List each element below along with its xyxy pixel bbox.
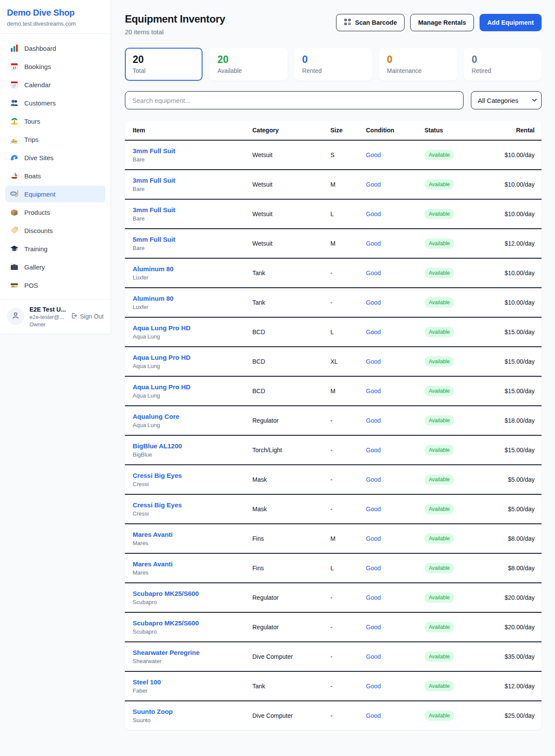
sidebar-item-bookings[interactable]: Bookings (5, 58, 105, 75)
rental-cell: $15.00/day (491, 388, 535, 394)
size-cell: - (330, 476, 366, 483)
credit-card-icon (10, 281, 19, 289)
rental-cell: $15.00/day (491, 358, 535, 365)
sidebar-item-gallery[interactable]: Gallery (5, 259, 105, 275)
status-badge: Available (424, 150, 454, 160)
stat-card-available[interactable]: 20 Available (209, 48, 287, 81)
item-link[interactable]: Aqua Lung Pro HD (133, 383, 252, 391)
item-link[interactable]: Mares Avanti (133, 560, 252, 568)
sidebar: Demo Dive Shop demo.test.divestreams.com… (0, 0, 111, 334)
sidebar-item-tours[interactable]: Tours (5, 113, 105, 129)
stat-card-retired[interactable]: 0 Retired (464, 48, 542, 81)
condition-cell: Good (366, 240, 424, 247)
brand-name: Demo Dive Shop (7, 8, 104, 18)
status-cell: Available (424, 415, 491, 426)
item-link[interactable]: Mares Avanti (133, 531, 252, 538)
equipment-table: Item Category Size Condition Status Rent… (125, 121, 542, 730)
sign-out-button[interactable]: Sign Out (70, 312, 104, 321)
sign-out-icon (70, 312, 78, 321)
rental-cell: $35.00/day (491, 653, 535, 660)
rental-cell: $25.00/day (491, 712, 535, 719)
status-cell: Available (424, 179, 491, 190)
sidebar-item-trips[interactable]: Trips (5, 131, 105, 148)
status-cell: Available (424, 504, 491, 514)
item-link[interactable]: Scubapro MK25/S600 (133, 619, 252, 627)
item-brand: Cressi (133, 481, 252, 487)
sidebar-item-customers[interactable]: Customers (5, 95, 105, 111)
category-cell: Mask (252, 506, 330, 513)
header-actions: Scan Barcode Manage Rentals Add Equipmen… (336, 14, 542, 31)
column-header-status: Status (424, 127, 491, 134)
status-badge: Available (424, 356, 454, 367)
size-cell: - (330, 624, 366, 631)
table-row: Scubapro MK25/S600 Scubapro Regulator - … (125, 583, 542, 613)
status-cell: Available (424, 297, 491, 308)
item-link[interactable]: Shearwater Peregrine (133, 649, 252, 656)
item-brand: Mares (133, 569, 252, 576)
item-link[interactable]: Cressi Big Eyes (133, 472, 252, 479)
search-input[interactable] (125, 91, 464, 109)
item-cell: Aqualung Core Aqua Lung (133, 413, 252, 428)
sidebar-item-products[interactable]: Products (5, 204, 105, 220)
item-cell: Aqua Lung Pro HD Aqua Lung (133, 383, 252, 399)
item-cell: Shearwater Peregrine Shearwater (133, 649, 252, 664)
size-cell: S (330, 151, 366, 158)
add-equipment-button[interactable]: Add Equipment (480, 14, 542, 31)
category-cell: Wetsuit (252, 240, 330, 247)
category-cell: BCD (252, 329, 330, 335)
condition-cell: Good (366, 270, 424, 276)
item-link[interactable]: Aqualung Core (133, 413, 252, 420)
table-row: 3mm Full Suit Bare Wetsuit S Good Availa… (125, 141, 542, 170)
sidebar-item-pos[interactable]: POS (5, 277, 105, 293)
item-link[interactable]: Aluminum 80 (133, 265, 252, 273)
item-link[interactable]: Aqua Lung Pro HD (133, 324, 252, 332)
manage-rentals-button[interactable]: Manage Rentals (410, 14, 473, 31)
item-link[interactable]: Cressi Big Eyes (133, 501, 252, 509)
status-cell: Available (424, 474, 491, 485)
brand: Demo Dive Shop demo.test.divestreams.com (0, 0, 111, 34)
condition-cell: Good (366, 683, 424, 690)
item-cell: BigBlue AL1200 BigBlue (133, 442, 252, 458)
sidebar-item-boats[interactable]: Boats (5, 168, 105, 184)
status-cell: Available (424, 386, 491, 396)
stat-card-maintenance[interactable]: 0 Maintenance (379, 48, 457, 81)
item-link[interactable]: Suunto Zoop (133, 708, 252, 715)
status-badge: Available (424, 268, 454, 278)
table-row: Cressi Big Eyes Cressi Mask - Good Avail… (125, 495, 542, 524)
item-link[interactable]: 3mm Full Suit (133, 206, 252, 214)
sidebar-item-dive-sites[interactable]: Dive Sites (5, 149, 105, 166)
calendar-icon (10, 80, 19, 89)
category-select[interactable]: All Categories (471, 91, 542, 109)
rental-cell: $15.00/day (491, 329, 535, 335)
category-cell: Wetsuit (252, 181, 330, 188)
sidebar-item-discounts[interactable]: Discounts (5, 222, 105, 239)
column-header-size: Size (330, 127, 366, 134)
table-row: 5mm Full Suit Bare Wetsuit M Good Availa… (125, 229, 542, 259)
item-link[interactable]: 3mm Full Suit (133, 177, 252, 184)
sidebar-item-equipment[interactable]: Equipment (5, 186, 105, 202)
item-link[interactable]: Aqua Lung Pro HD (133, 354, 252, 361)
stat-card-rented[interactable]: 0 Rented (294, 48, 372, 81)
rental-cell: $8.00/day (491, 565, 535, 572)
sidebar-item-calendar[interactable]: Calendar (5, 76, 105, 93)
sidebar-item-dashboard[interactable]: Dashboard (5, 40, 105, 56)
scan-barcode-button[interactable]: Scan Barcode (336, 14, 405, 31)
condition-cell: Good (366, 535, 424, 542)
user-role: Owner (29, 322, 65, 328)
rental-cell: $10.00/day (491, 181, 535, 188)
item-link[interactable]: Aluminum 80 (133, 295, 252, 302)
stat-card-total[interactable]: 20 Total (125, 48, 202, 81)
sidebar-item-training[interactable]: Training (5, 240, 105, 257)
condition-cell: Good (366, 712, 424, 719)
category-cell: Dive Computer (252, 653, 330, 660)
item-link[interactable]: 5mm Full Suit (133, 236, 252, 243)
item-link[interactable]: Scubapro MK25/S600 (133, 590, 252, 597)
item-brand: Aqua Lung (133, 422, 252, 428)
page-title: Equipment Inventory (125, 13, 225, 25)
item-link[interactable]: Steel 100 (133, 678, 252, 686)
item-link[interactable]: 3mm Full Suit (133, 147, 252, 154)
item-brand: Scubapro (133, 599, 252, 605)
condition-cell: Good (366, 506, 424, 513)
status-cell: Available (424, 622, 491, 632)
item-link[interactable]: BigBlue AL1200 (133, 442, 252, 450)
